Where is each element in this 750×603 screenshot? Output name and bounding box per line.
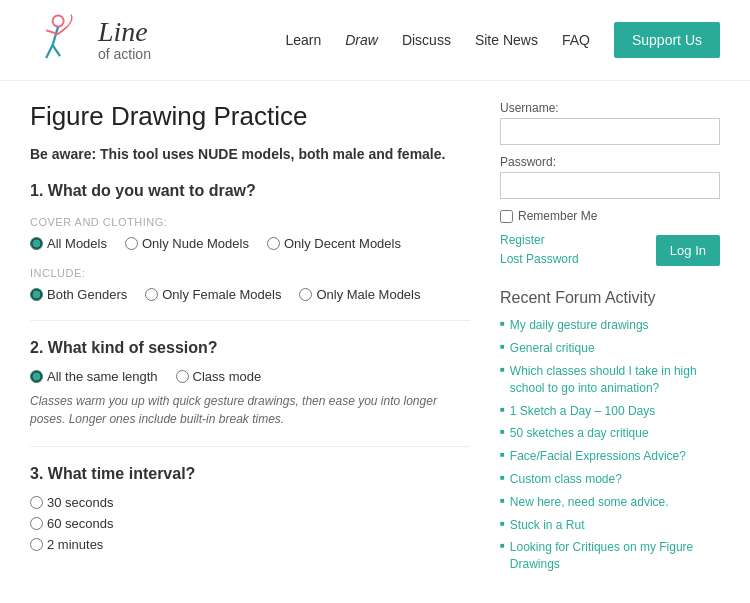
divider1 (30, 320, 470, 321)
forum-link[interactable]: Face/Facial Expressions Advice? (510, 448, 686, 465)
cover-nude[interactable]: Only Nude Models (125, 236, 249, 251)
list-item: My daily gesture drawings (500, 317, 720, 334)
login-form: Username: Password: Remember Me Register… (500, 101, 720, 269)
forum-link[interactable]: Custom class mode? (510, 471, 622, 488)
session-class-radio[interactable] (176, 370, 189, 383)
time-30-radio[interactable] (30, 496, 43, 509)
time-2min[interactable]: 2 minutes (30, 537, 470, 552)
nav-draw[interactable]: Draw (345, 32, 378, 48)
include-both-label: Both Genders (47, 287, 127, 302)
include-female[interactable]: Only Female Models (145, 287, 281, 302)
list-item: 50 sketches a day critique (500, 425, 720, 442)
include-label: INCLUDE: (30, 267, 470, 279)
nav-sitenews[interactable]: Site News (475, 32, 538, 48)
cover-nude-label: Only Nude Models (142, 236, 249, 251)
logo-text-block: Line of action (98, 18, 151, 62)
page-title: Figure Drawing Practice (30, 101, 470, 132)
include-male-radio[interactable] (299, 288, 312, 301)
right-panel: Username: Password: Remember Me Register… (500, 101, 720, 579)
forum-link[interactable]: Which classes should I take in high scho… (510, 363, 720, 397)
main-layout: Figure Drawing Practice Be aware: This t… (0, 81, 750, 599)
auth-links: Register Lost Password Log In (500, 231, 720, 269)
auth-link-group: Register Lost Password (500, 231, 579, 269)
list-item: New here, need some advice. (500, 494, 720, 511)
forum-link[interactable]: Looking for Critiques on my Figure Drawi… (510, 539, 720, 573)
time-2min-radio[interactable] (30, 538, 43, 551)
session-class-label: Class mode (193, 369, 262, 384)
time-30[interactable]: 30 seconds (30, 495, 470, 510)
svg-line-1 (53, 27, 59, 45)
left-panel: Figure Drawing Practice Be aware: This t… (30, 101, 470, 579)
time-60[interactable]: 60 seconds (30, 516, 470, 531)
session-same-label: All the same length (47, 369, 158, 384)
logo-icon (30, 10, 90, 70)
class-note: Classes warm you up with quick gesture d… (30, 392, 470, 428)
include-male[interactable]: Only Male Models (299, 287, 420, 302)
section3-title: 3. What time interval? (30, 465, 470, 483)
forum-link[interactable]: 50 sketches a day critique (510, 425, 649, 442)
forum-link[interactable]: Stuck in a Rut (510, 517, 585, 534)
nav-discuss[interactable]: Discuss (402, 32, 451, 48)
username-label: Username: (500, 101, 720, 115)
include-female-radio[interactable] (145, 288, 158, 301)
logo-script: Line (98, 18, 151, 46)
session-same-radio[interactable] (30, 370, 43, 383)
time-60-radio[interactable] (30, 517, 43, 530)
cover-decent-radio[interactable] (267, 237, 280, 250)
time-60-label: 60 seconds (47, 516, 114, 531)
list-item: Custom class mode? (500, 471, 720, 488)
forum-link[interactable]: My daily gesture drawings (510, 317, 649, 334)
remember-checkbox[interactable] (500, 210, 513, 223)
cover-all-radio[interactable] (30, 237, 43, 250)
include-female-label: Only Female Models (162, 287, 281, 302)
list-item: 1 Sketch a Day – 100 Days (500, 403, 720, 420)
cover-label: COVER AND CLOTHING: (30, 216, 470, 228)
include-both[interactable]: Both Genders (30, 287, 127, 302)
header: Line of action Learn Draw Discuss Site N… (0, 0, 750, 81)
session-class[interactable]: Class mode (176, 369, 262, 384)
register-link[interactable]: Register (500, 231, 579, 250)
svg-line-3 (53, 45, 60, 56)
svg-point-0 (53, 16, 64, 27)
nav-faq[interactable]: FAQ (562, 32, 590, 48)
session-same[interactable]: All the same length (30, 369, 158, 384)
time-2min-label: 2 minutes (47, 537, 103, 552)
cover-decent[interactable]: Only Decent Models (267, 236, 401, 251)
divider2 (30, 446, 470, 447)
lost-password-link[interactable]: Lost Password (500, 250, 579, 269)
time-options: 30 seconds 60 seconds 2 minutes (30, 495, 470, 552)
svg-line-2 (46, 45, 52, 58)
list-item: Face/Facial Expressions Advice? (500, 448, 720, 465)
list-item: Stuck in a Rut (500, 517, 720, 534)
forum-section: Recent Forum Activity My daily gesture d… (500, 289, 720, 573)
forum-list: My daily gesture drawings General critiq… (500, 317, 720, 573)
main-nav: Learn Draw Discuss Site News FAQ Support… (285, 22, 720, 58)
login-button[interactable]: Log In (656, 235, 720, 266)
cover-nude-radio[interactable] (125, 237, 138, 250)
logo-area: Line of action (30, 10, 151, 70)
username-input[interactable] (500, 118, 720, 145)
nude-warning: Be aware: This tool uses NUDE models, bo… (30, 146, 470, 162)
logo-subtext: of action (98, 46, 151, 62)
cover-all[interactable]: All Models (30, 236, 107, 251)
nav-learn[interactable]: Learn (285, 32, 321, 48)
cover-options: All Models Only Nude Models Only Decent … (30, 236, 470, 251)
section2-title: 2. What kind of session? (30, 339, 470, 357)
remember-label: Remember Me (518, 209, 597, 223)
cover-all-label: All Models (47, 236, 107, 251)
session-options: All the same length Class mode (30, 369, 470, 384)
forum-link[interactable]: New here, need some advice. (510, 494, 669, 511)
time-30-label: 30 seconds (47, 495, 114, 510)
password-label: Password: (500, 155, 720, 169)
list-item: General critique (500, 340, 720, 357)
list-item: Which classes should I take in high scho… (500, 363, 720, 397)
svg-line-5 (58, 27, 67, 34)
remember-row: Remember Me (500, 209, 720, 223)
include-both-radio[interactable] (30, 288, 43, 301)
include-male-label: Only Male Models (316, 287, 420, 302)
forum-link[interactable]: 1 Sketch a Day – 100 Days (510, 403, 655, 420)
support-button[interactable]: Support Us (614, 22, 720, 58)
cover-decent-label: Only Decent Models (284, 236, 401, 251)
forum-link[interactable]: General critique (510, 340, 595, 357)
password-input[interactable] (500, 172, 720, 199)
